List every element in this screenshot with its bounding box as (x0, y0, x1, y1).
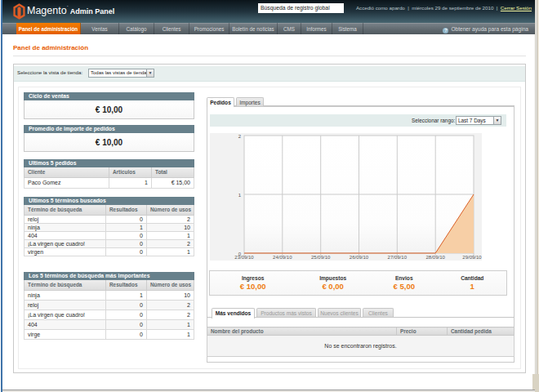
svg-text:25/09/10: 25/09/10 (311, 255, 331, 260)
svg-text:29/09/10: 29/09/10 (462, 255, 482, 260)
svg-text:23/09/10: 23/09/10 (234, 255, 254, 260)
svg-text:27/09/10: 27/09/10 (388, 255, 408, 260)
svg-text:24/09/10: 24/09/10 (273, 255, 292, 260)
svg-text:28/09/10: 28/09/10 (426, 255, 446, 260)
svg-text:26/09/10: 26/09/10 (350, 255, 369, 260)
